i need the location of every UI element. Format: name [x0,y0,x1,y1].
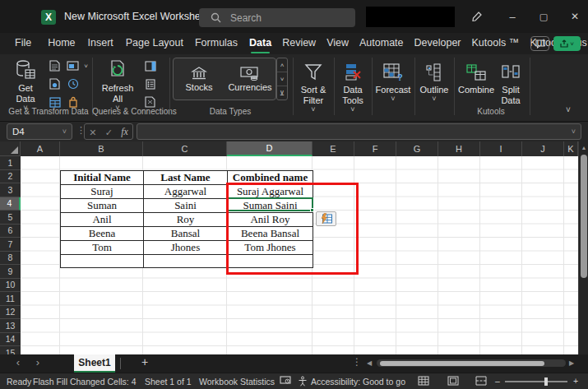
cell-C2[interactable]: Last Name [144,170,228,184]
cell-C5[interactable]: Roy [144,212,228,226]
cell-C7[interactable]: Jhones [144,240,228,254]
formula-input[interactable] [137,123,581,140]
previous-sheet-icon[interactable] [12,356,25,368]
row-header-14[interactable]: 14 [0,333,21,347]
row-header-6[interactable]: 6 [0,225,21,238]
data-tools-button[interactable]: Data Tools [337,58,368,113]
cell-C3[interactable]: Aggarwal [144,184,228,198]
tab-developer[interactable]: Developer [414,34,461,53]
column-header-c[interactable]: C [143,141,227,156]
cell-B5[interactable]: Anil [61,212,144,226]
row-header-9[interactable]: 9 [0,265,21,279]
tab-file[interactable]: File [15,34,31,53]
sheetbar-drag-handle[interactable] [352,356,362,368]
get-data-button[interactable]: Get Data [7,56,44,111]
row-header-10[interactable]: 10 [0,279,21,293]
share-button[interactable] [553,36,581,51]
horizontal-scroll-thumb[interactable] [380,361,544,366]
tab-home[interactable]: Home [48,34,75,53]
cancel-icon[interactable] [89,124,96,139]
zoom-slider-thumb[interactable] [544,377,548,386]
stocks-button[interactable]: Stocks [174,58,225,100]
column-header-k[interactable]: K [564,141,578,156]
zoom-out-icon[interactable] [495,376,500,386]
chevron-down-icon[interactable] [79,59,93,72]
name-box[interactable]: D4 [7,123,72,140]
row-header-3[interactable]: 3 [0,183,21,197]
column-header-a[interactable]: A [21,141,60,156]
row-header-8[interactable]: 8 [0,252,21,266]
row-header-2[interactable]: 2 [0,170,21,184]
status-workbook-statistics[interactable]: Workbook Statistics [199,377,275,387]
sheet-tab-sheet1[interactable]: Sheet1 [74,354,115,373]
select-all-corner[interactable] [0,141,21,156]
status-flash-fill[interactable]: Flash Fill Changed Cells: 4 [33,377,136,387]
recent-sources-icon[interactable] [48,77,62,90]
formula-bar-expand-icon[interactable] [572,127,576,136]
gallery-expand-icon[interactable] [277,86,287,100]
next-sheet-icon[interactable] [31,356,44,368]
row-header-12[interactable]: 12 [0,306,21,320]
normal-view-icon[interactable] [418,376,429,387]
tab-data[interactable]: Data [249,34,271,53]
sort-filter-button[interactable]: Sort & Filter [296,58,331,113]
row-header-4[interactable]: 4 [0,197,21,211]
forecast-button[interactable]: ? Forecast [375,58,411,102]
minimize-button[interactable] [502,8,523,25]
horizontal-scrollbar[interactable] [377,359,566,367]
row-header-11[interactable]: 11 [0,292,21,306]
insert-function-icon[interactable]: fx [121,126,128,138]
comments-button[interactable] [530,36,549,51]
from-web-icon[interactable] [66,59,80,72]
column-header-g[interactable]: G [396,141,438,156]
new-sheet-button[interactable] [141,355,148,368]
queries-connections-pane-icon[interactable] [143,59,157,72]
column-header-h[interactable]: H [438,141,480,156]
split-data-button[interactable]: Split Data [497,58,525,106]
ink-pen-icon[interactable] [466,8,488,25]
scroll-up-icon[interactable] [579,141,588,153]
tab-automate[interactable]: Automate [359,34,404,53]
page-layout-view-icon[interactable] [447,376,459,387]
row-header-5[interactable]: 5 [0,211,21,225]
cell-B6[interactable]: Beena [61,226,144,240]
cell-C6[interactable]: Bansal [144,226,228,240]
properties-icon[interactable] [143,77,157,90]
worksheet-grid[interactable]: A B C D E F G H I J K 1 2 3 4 5 6 7 8 9 … [0,141,588,354]
tab-formulas[interactable]: Formulas [195,34,238,53]
scroll-left-icon[interactable] [367,359,372,367]
cell-B4[interactable]: Suman [61,198,144,212]
cell-B3[interactable]: Suraj [61,184,144,198]
column-header-b[interactable]: B [60,141,143,156]
column-header-i[interactable]: I [480,141,522,156]
vertical-scroll-thumb[interactable] [581,155,587,278]
vertical-scrollbar[interactable] [578,141,588,354]
tab-kutools[interactable]: Kutools ™ [472,34,520,53]
gallery-up-icon[interactable] [277,58,287,72]
zoom-slider[interactable] [505,381,567,382]
tab-page-layout[interactable]: Page Layout [126,34,183,53]
row-header-1[interactable]: 1 [0,156,21,170]
cell-B2[interactable]: Initial Name [61,170,144,184]
outline-button[interactable]: Outline [418,58,451,102]
status-accessibility[interactable]: Accessibility: Good to go [311,377,405,387]
cell-C8[interactable] [144,254,228,268]
existing-connections-icon[interactable] [66,77,80,90]
tab-view[interactable]: View [326,34,349,53]
maximize-button[interactable] [533,8,554,25]
currencies-button[interactable]: Currencies [225,58,275,100]
refresh-all-button[interactable]: Refresh All [97,56,138,111]
column-header-f[interactable]: F [354,141,396,156]
row-header-7[interactable]: 7 [0,238,21,252]
from-text-file-icon[interactable] [48,59,62,72]
column-header-d[interactable]: D [227,141,313,156]
page-break-preview-icon[interactable] [475,376,487,387]
row-header-15[interactable]: 15 [0,346,21,354]
zoom-in-icon[interactable] [573,376,578,386]
collapse-ribbon-icon[interactable] [566,105,571,114]
row-header-13[interactable]: 13 [0,319,21,333]
gallery-down-icon[interactable] [277,72,287,86]
cell-C4[interactable]: Saini [144,198,228,212]
display-settings-icon[interactable] [280,376,291,387]
tab-review[interactable]: Review [282,34,316,53]
